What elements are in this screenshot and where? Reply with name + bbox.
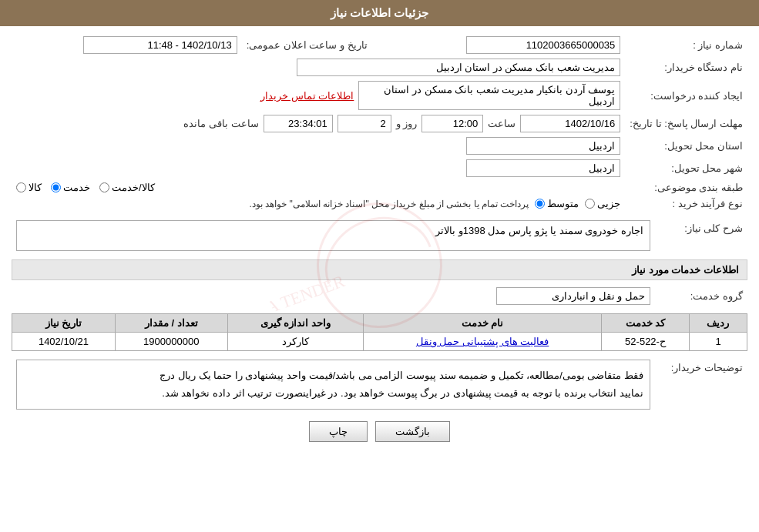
- row-province: استان محل تحویل: اردبیل: [12, 135, 747, 157]
- page-title: جزئیات اطلاعات نیاز: [331, 6, 428, 19]
- process-label: نوع فرآیند خرید :: [625, 196, 747, 212]
- services-table-head: ردیف کد خدمت نام خدمت واحد اندازه گیری ت…: [12, 314, 747, 333]
- page-header: جزئیات اطلاعات نیاز: [0, 0, 759, 26]
- category-kala-khedmat-label[interactable]: کالا/خدمت: [99, 182, 155, 193]
- category-radio-group: کالا خدمت کالا/خدمت: [16, 182, 620, 193]
- row-process: نوع فرآیند خرید : جزیی متوسط پرداخت تمام…: [12, 196, 747, 212]
- deadline-time-label: ساعت: [488, 118, 516, 129]
- request-number-value: 1102003665000035: [395, 34, 626, 56]
- category-kala-text: کالا: [29, 182, 42, 193]
- row-city: شهر محل تحویل: اردبیل: [12, 157, 747, 179]
- announce-input: 1402/10/13 - 11:48: [83, 36, 237, 54]
- deadline-label: مهلت ارسال پاسخ: تا تاریخ:: [625, 112, 747, 135]
- col-row: ردیف: [689, 314, 747, 333]
- deadline-time-input: 12:00: [421, 115, 483, 132]
- process-motavasset-radio[interactable]: [535, 199, 545, 209]
- creator-row: یوسف آردن بانکیار مدیریت شعب بانک مسکن د…: [16, 81, 620, 110]
- process-jozii-text: جزیی: [597, 198, 620, 209]
- deadline-days-label: روز و: [396, 118, 418, 129]
- col-name: نام خدمت: [364, 314, 602, 333]
- service-group-input: حمل و نقل و انبارداری: [496, 287, 650, 305]
- services-section-title: اطلاعات خدمات مورد نیاز: [12, 259, 747, 280]
- deadline-date-input: 1402/10/16: [520, 115, 620, 132]
- row-buyer-notes: توضیحات خریدار: فقط متقاضی بومی/مطالعه، …: [12, 357, 747, 412]
- buyer-notes-label: توضیحات خریدار:: [655, 357, 747, 412]
- category-kala-khedmat-text: کالا/خدمت: [112, 182, 155, 193]
- buyer-notes-content: فقط متقاضی بومی/مطالعه، تکمیل و ضمیمه سن…: [16, 360, 650, 410]
- deadline-remaining-input: 23:34:01: [264, 115, 333, 132]
- category-khedmat-radio[interactable]: [51, 182, 61, 192]
- table-row: 1 ح-522-52 فعالیت های پشتیبانی حمل ونقل …: [12, 333, 747, 351]
- city-label: شهر محل تحویل:: [625, 157, 747, 179]
- category-kala-radio[interactable]: [16, 182, 26, 192]
- deadline-remaining-label: ساعت باقی مانده: [183, 118, 258, 129]
- row-service-group: گروه خدمت: حمل و نقل و انبارداری: [12, 285, 747, 307]
- process-motavasset-label[interactable]: متوسط: [535, 198, 579, 209]
- description-table: شرح کلی نیاز: اجاره خودروی سمند یا پژو پ…: [12, 218, 747, 253]
- cell-date: 1402/10/21: [12, 333, 116, 351]
- row-request-number: شماره نیاز : 1102003665000035 تاریخ و سا…: [12, 34, 747, 56]
- creator-label: ایجاد کننده درخواست:: [625, 79, 747, 112]
- page-container: ANA TENDER جزئیات اطلاعات نیاز شماره نیا…: [0, 0, 759, 532]
- services-header-row: ردیف کد خدمت نام خدمت واحد اندازه گیری ت…: [12, 314, 747, 333]
- services-table: ردیف کد خدمت نام خدمت واحد اندازه گیری ت…: [12, 313, 747, 351]
- province-input: اردبیل: [466, 137, 620, 155]
- cell-name: فعالیت های پشتیبانی حمل ونقل: [364, 333, 602, 351]
- category-kala-khedmat-radio[interactable]: [99, 182, 109, 192]
- col-unit: واحد اندازه گیری: [227, 314, 364, 333]
- buyer-label: نام دستگاه خریدار:: [625, 56, 747, 79]
- cell-unit: کارکرد: [227, 333, 364, 351]
- description-input: اجاره خودروی سمند یا پژو پارس مدل 1398و …: [16, 220, 650, 251]
- row-deadline: مهلت ارسال پاسخ: تا تاریخ: 1402/10/16 سا…: [12, 112, 747, 135]
- buyer-notes-table: توضیحات خریدار: فقط متقاضی بومی/مطالعه، …: [12, 357, 747, 412]
- service-group-label: گروه خدمت:: [655, 285, 747, 307]
- info-table: شماره نیاز : 1102003665000035 تاریخ و سا…: [12, 34, 747, 212]
- category-khedmat-label[interactable]: خدمت: [51, 182, 90, 193]
- print-button[interactable]: چاپ: [309, 421, 368, 442]
- process-jozii-label[interactable]: جزیی: [585, 198, 620, 209]
- main-content: شماره نیاز : 1102003665000035 تاریخ و سا…: [0, 26, 759, 459]
- contact-link[interactable]: اطلاعات تماس خریدار: [260, 90, 354, 102]
- category-khedmat-text: خدمت: [63, 182, 90, 193]
- cell-quantity: 1900000000: [115, 333, 227, 351]
- process-jozii-radio[interactable]: [585, 199, 595, 209]
- cell-code: ح-522-52: [602, 333, 690, 351]
- row-buyer: نام دستگاه خریدار: مدیریت شعب بانک مسکن …: [12, 56, 747, 79]
- col-code: کد خدمت: [602, 314, 690, 333]
- process-motavasset-text: متوسط: [547, 198, 579, 209]
- description-label: شرح کلی نیاز:: [655, 218, 747, 253]
- category-kala-label[interactable]: کالا: [16, 182, 42, 193]
- process-note: پرداخت تمام یا بخشی از مبلغ خریداز محل "…: [249, 199, 529, 209]
- row-creator: ایجاد کننده درخواست: یوسف آردن بانکیار م…: [12, 79, 747, 112]
- request-number-input: 1102003665000035: [466, 36, 620, 54]
- category-label: طبقه بندی موضوعی:: [625, 179, 747, 196]
- city-input: اردبیل: [466, 159, 620, 177]
- request-number-label: شماره نیاز :: [625, 34, 747, 56]
- row-description: شرح کلی نیاز: اجاره خودروی سمند یا پژو پ…: [12, 218, 747, 253]
- buyer-input: مدیریت شعب بانک مسکن در استان اردبیل: [297, 59, 620, 76]
- cell-row: 1: [689, 333, 747, 351]
- col-date: تاریخ نیاز: [12, 314, 116, 333]
- deadline-row: 1402/10/16 ساعت 12:00 روز و 2 23:34:01 س…: [16, 115, 620, 132]
- services-table-body: 1 ح-522-52 فعالیت های پشتیبانی حمل ونقل …: [12, 333, 747, 351]
- buttons-row: بازگشت چاپ: [12, 421, 747, 442]
- creator-input: یوسف آردن بانکیار مدیریت شعب بانک مسکن د…: [358, 81, 620, 110]
- announce-label: تاریخ و ساعت اعلان عمومی:: [242, 34, 372, 56]
- process-row: جزیی متوسط پرداخت تمام یا بخشی از مبلغ خ…: [16, 198, 620, 209]
- buyer-notes-line1: فقط متقاضی بومی/مطالعه، تکمیل و ضمیمه سن…: [23, 366, 643, 384]
- row-category: طبقه بندی موضوعی: کالا خدمت کالا/خدمت: [12, 179, 747, 196]
- announce-value: 1402/10/13 - 11:48: [12, 34, 242, 56]
- buyer-notes-line2: نمایید انتخاب برنده با توجه به قیمت پیشن…: [23, 384, 643, 402]
- deadline-days-input: 2: [338, 115, 391, 132]
- service-name-link[interactable]: فعالیت های پشتیبانی حمل ونقل: [416, 336, 549, 347]
- service-group-table: گروه خدمت: حمل و نقل و انبارداری: [12, 285, 747, 307]
- province-label: استان محل تحویل:: [625, 135, 747, 157]
- col-quantity: تعداد / مقدار: [115, 314, 227, 333]
- back-button[interactable]: بازگشت: [375, 421, 450, 442]
